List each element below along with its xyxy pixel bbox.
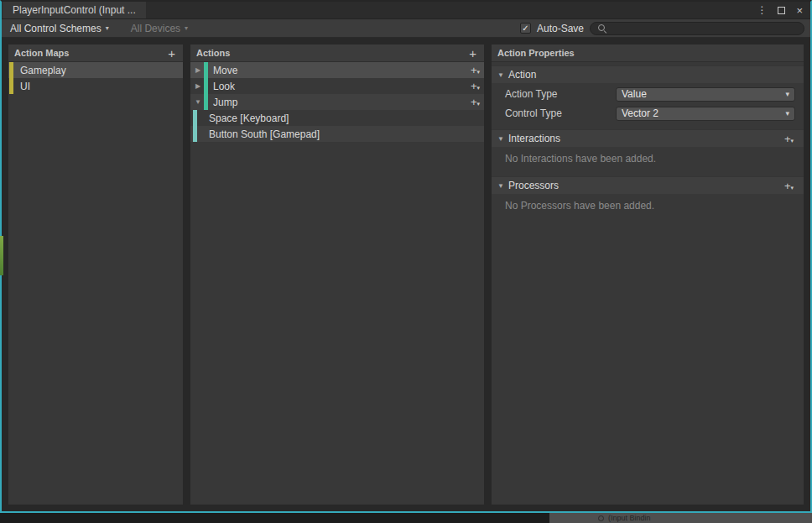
processors-empty-message: No Processors have been added. — [505, 200, 795, 212]
action-section-title: Action — [508, 69, 536, 81]
action-label: Move — [213, 65, 237, 76]
scene-view-peek — [0, 236, 3, 275]
binding-label: Button South [Gamepad] — [209, 128, 320, 140]
action-label: Jump — [213, 97, 237, 108]
processors-foldout[interactable]: ▼ Processors +▾ — [492, 176, 804, 194]
add-processor-button[interactable]: +▾ — [784, 179, 794, 193]
actions-list: ▶ Move +▾ ▶ Look +▾ ▼ — [190, 62, 484, 505]
devices-label: All Devices — [131, 23, 180, 34]
actions-panel: Actions + ▶ Move +▾ ▶ Look +▾ — [190, 44, 484, 505]
action-maps-panel: Action Maps + Gameplay UI — [8, 44, 183, 505]
chevron-down-icon: ▾ — [476, 101, 480, 107]
actions-title: Actions — [196, 48, 230, 58]
add-interaction-button[interactable]: +▾ — [784, 132, 794, 146]
main-content: Action Maps + Gameplay UI Actions + — [2, 38, 810, 511]
action-color-strip — [204, 62, 208, 78]
action-map-color-strip — [9, 78, 13, 94]
control-type-row: Control Type Vector 2 ▾ — [505, 105, 795, 122]
window-controls: ⋮ × — [757, 2, 810, 18]
chevron-down-icon: ▾ — [476, 69, 480, 76]
action-properties-header: Action Properties — [492, 44, 804, 62]
add-binding-button[interactable]: +▾ — [471, 63, 480, 77]
binding-row-button-south-gamepad[interactable]: Button South [Gamepad] — [190, 126, 484, 142]
chevron-down-icon: ▾ — [790, 185, 794, 191]
interactions-foldout[interactable]: ▼ Interactions +▾ — [492, 129, 804, 147]
action-color-strip — [204, 78, 208, 94]
foldout-arrow-icon[interactable]: ▼ — [497, 135, 508, 143]
close-icon[interactable]: × — [796, 5, 803, 16]
window-tabbar: PlayerInputControl (Input ... ⋮ × — [2, 2, 810, 19]
foldout-arrow-icon[interactable]: ▼ — [497, 182, 508, 190]
binding-row-space-keyboard[interactable]: Space [Keyboard] — [190, 110, 484, 126]
plus-icon: + — [784, 132, 791, 146]
action-label: Look — [213, 81, 235, 92]
control-type-value: Vector 2 — [622, 107, 785, 119]
add-action-button[interactable]: + — [467, 47, 478, 60]
control-schemes-dropdown[interactable]: All Control Schemes ▾ — [5, 19, 114, 37]
action-type-row: Action Type Value ▾ — [505, 86, 795, 102]
action-properties-title: Action Properties — [497, 48, 575, 58]
action-properties-panel: Action Properties ▼ Action Action Type V… — [492, 44, 804, 505]
tab-playerinputcontrol[interactable]: PlayerInputControl (Input ... — [3, 2, 146, 18]
plus-icon: + — [784, 179, 791, 193]
action-map-row-gameplay[interactable]: Gameplay — [8, 62, 183, 78]
actions-header: Actions + — [190, 44, 484, 62]
interactions-empty-message: No Interactions have been added. — [505, 153, 795, 165]
plus-icon: + — [471, 63, 477, 77]
binding-color-strip — [193, 110, 197, 126]
toolbar-right: ✓ Auto-Save — [520, 22, 807, 35]
processors-section-title: Processors — [508, 180, 559, 191]
action-map-label: UI — [20, 81, 30, 92]
add-binding-button[interactable]: +▾ — [471, 95, 480, 109]
chevron-down-icon: ▾ — [790, 138, 794, 144]
action-map-color-strip — [9, 62, 13, 78]
control-type-dropdown[interactable]: Vector 2 ▾ — [616, 107, 795, 121]
add-binding-button[interactable]: +▾ — [471, 79, 480, 93]
chevron-down-icon: ▾ — [785, 90, 789, 98]
auto-save-label: Auto-Save — [537, 23, 584, 34]
check-icon: ✓ — [522, 24, 528, 33]
action-type-label: Action Type — [505, 88, 616, 100]
interactions-section-title: Interactions — [508, 133, 560, 144]
action-map-label: Gameplay — [20, 65, 66, 76]
action-row-look[interactable]: ▶ Look +▾ — [190, 78, 484, 94]
maximize-icon[interactable] — [778, 7, 785, 14]
chevron-down-icon: ▾ — [476, 85, 480, 92]
expand-arrow-icon[interactable]: ▶ — [192, 66, 204, 74]
action-type-dropdown[interactable]: Value ▾ — [616, 87, 795, 102]
status-icon — [598, 515, 604, 521]
add-action-map-button[interactable]: + — [166, 47, 177, 60]
auto-save-checkbox[interactable]: ✓ — [520, 23, 531, 34]
action-foldout[interactable]: ▼ Action — [492, 65, 804, 83]
control-schemes-label: All Control Schemes — [10, 23, 102, 34]
statusbar-fragment: (Input Bindin — [549, 513, 812, 523]
collapse-arrow-icon[interactable]: ▼ — [192, 98, 204, 106]
status-text-fragment: (Input Bindin — [608, 514, 651, 522]
devices-dropdown[interactable]: All Devices ▾ — [126, 19, 193, 37]
action-color-strip — [204, 94, 208, 110]
chevron-down-icon: ▾ — [185, 24, 188, 32]
chevron-down-icon: ▾ — [785, 109, 789, 118]
search-input[interactable] — [590, 22, 804, 35]
search-icon — [597, 24, 606, 33]
binding-label: Space [Keyboard] — [209, 112, 289, 124]
plus-icon: + — [471, 95, 477, 109]
expand-arrow-icon[interactable]: ▶ — [192, 82, 204, 90]
action-maps-title: Action Maps — [14, 48, 69, 58]
input-actions-window: PlayerInputControl (Input ... ⋮ × All Co… — [0, 0, 812, 513]
foldout-arrow-icon[interactable]: ▼ — [497, 71, 508, 79]
chevron-down-icon: ▾ — [106, 24, 109, 32]
editor-statusbar-behind: (Input Bindin — [0, 513, 812, 523]
toolbar: All Control Schemes ▾ All Devices ▾ ✓ Au… — [2, 19, 810, 38]
action-row-move[interactable]: ▶ Move +▾ — [190, 62, 484, 78]
control-type-label: Control Type — [505, 107, 616, 119]
action-map-row-ui[interactable]: UI — [8, 78, 183, 94]
binding-color-strip — [193, 126, 197, 142]
action-type-value: Value — [622, 88, 785, 100]
action-row-jump[interactable]: ▼ Jump +▾ — [190, 94, 484, 110]
action-maps-list: Gameplay UI — [8, 62, 183, 505]
window-menu-icon[interactable]: ⋮ — [757, 5, 767, 15]
action-maps-header: Action Maps + — [8, 44, 183, 62]
action-properties-body: ▼ Action Action Type Value ▾ Control Typ… — [492, 62, 804, 505]
plus-icon: + — [471, 79, 477, 93]
